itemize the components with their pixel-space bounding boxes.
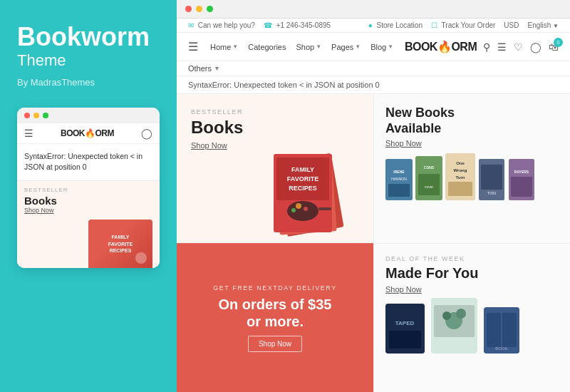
- box-icon: ☐: [431, 21, 437, 29]
- track-order[interactable]: ☐ Track Your Order: [431, 21, 495, 29]
- svg-text:Wrong: Wrong: [454, 168, 467, 172]
- book-cover-4: TION: [478, 159, 505, 200]
- delivery-label: GET FREE NEXTDAY DELIVERY: [213, 284, 336, 292]
- svg-point-38: [442, 311, 451, 320]
- book-covers-row: IRENE HANNON CONS cover One Wrong Turn: [385, 153, 559, 200]
- dot-yellow: [196, 6, 202, 12]
- store-location[interactable]: ● Store Location: [368, 21, 423, 29]
- brand-name: Bookworm: [17, 23, 160, 51]
- delivery-shop-button[interactable]: Shop Now: [248, 336, 302, 352]
- mini-nav: ☰ BOOK🔥ORM ◯: [17, 123, 160, 144]
- svg-text:TAPED: TAPED: [395, 320, 415, 326]
- others-button[interactable]: Others ▼: [188, 64, 559, 73]
- mini-user-icon: ◯: [141, 128, 152, 139]
- cart-icon[interactable]: 🛍 0: [549, 41, 559, 53]
- mini-error-text: SyntaxError: Unexpected token < in JSON …: [17, 144, 160, 182]
- shop-chevron-icon: ▼: [316, 43, 321, 50]
- mini-books-title: Books: [24, 195, 152, 207]
- blog-chevron-icon: ▼: [388, 43, 393, 50]
- browser-chrome: [177, 0, 570, 19]
- help-text: ✉ Can we help you?: [188, 21, 255, 29]
- cart-badge: 0: [554, 38, 563, 47]
- phone-text: ☎ +1 246-345-0895: [264, 21, 331, 29]
- book-cover-3: One Wrong Turn: [445, 153, 475, 200]
- mini-dot-red: [24, 113, 30, 118]
- svg-text:FAMILY: FAMILY: [291, 166, 314, 173]
- mini-bestseller-label: BESTSELLER: [24, 187, 152, 193]
- nav-left: ☰ Home ▼ Categories Shop ▼ Pages ▼: [188, 33, 398, 61]
- mini-hamburger-icon[interactable]: ☰: [24, 128, 33, 139]
- svg-rect-27: [481, 165, 502, 190]
- svg-text:CONS: CONS: [424, 165, 435, 170]
- left-panel: Bookworm Theme By MadrasThemes ☰ BOOK🔥OR…: [0, 0, 177, 392]
- book-stack-illustration: FAMILY FAVORITE RECIPES: [259, 143, 366, 243]
- book-cover-1: IRENE HANNON: [385, 159, 413, 200]
- mini-shop-now[interactable]: Shop Now: [24, 207, 152, 214]
- account-icon[interactable]: ◯: [530, 41, 542, 53]
- top-bar-right: ● Store Location ☐ Track Your Order USD …: [368, 21, 559, 29]
- nav-links: Home ▼ Categories Shop ▼ Pages ▼ Blog ▼: [205, 34, 398, 60]
- svg-rect-9: [318, 207, 331, 210]
- shop-nav: ☰ Home ▼ Categories Shop ▼ Pages ▼: [177, 33, 570, 61]
- deal-book-2: [431, 298, 477, 354]
- others-nav: Others ▼: [177, 61, 570, 76]
- nav-logo: BOOK🔥ORM: [405, 40, 477, 53]
- svg-point-0: [135, 252, 147, 264]
- bestseller-title: Books: [191, 118, 362, 137]
- svg-text:FAVORITE: FAVORITE: [287, 175, 318, 182]
- deal-book-1: TAPED: [385, 304, 425, 354]
- new-books-shop-now[interactable]: Shop Now: [385, 139, 559, 148]
- new-books-title: New Books Available: [385, 105, 559, 136]
- top-bar-left: ✉ Can we help you? ☎ +1 246-345-0895: [188, 21, 331, 29]
- deal-book-3: BOOK: [484, 307, 519, 354]
- pages-chevron-icon: ▼: [355, 43, 361, 50]
- dot-red: [185, 6, 192, 12]
- svg-text:RECIPES: RECIPES: [289, 185, 317, 192]
- filter-icon[interactable]: ☰: [497, 41, 507, 53]
- book-cover-5: RAYERS: [508, 159, 535, 200]
- language-selector[interactable]: English ▼: [527, 21, 559, 29]
- currency-selector[interactable]: USD: [504, 21, 519, 29]
- mini-browser-mockup: ☰ BOOK🔥ORM ◯ SyntaxError: Unexpected tok…: [17, 108, 160, 269]
- nav-item-pages[interactable]: Pages ▼: [326, 34, 366, 60]
- mini-content: BESTSELLER Books Shop Now FAMILYFAVORITE…: [17, 181, 160, 268]
- deal-section: DEAL OF THE WEEK Made For You Shop Now T…: [373, 243, 570, 392]
- chat-icon: ✉: [188, 21, 194, 29]
- nav-item-categories[interactable]: Categories: [243, 34, 291, 60]
- svg-text:IRENE: IRENE: [393, 170, 405, 174]
- svg-rect-34: [389, 331, 421, 349]
- lang-chevron-icon: ▼: [553, 23, 559, 29]
- deal-title: Made For You: [385, 265, 559, 281]
- delivery-section: GET FREE NEXTDAY DELIVERY On orders of $…: [177, 243, 373, 392]
- svg-text:One: One: [456, 161, 465, 165]
- mini-browser-bar: [17, 108, 160, 123]
- svg-point-12: [291, 208, 296, 212]
- location-icon: ●: [368, 21, 373, 29]
- bestseller-section: BESTSELLER Books Shop Now FAMILY FAVORIT…: [177, 94, 373, 243]
- new-books-section: New Books Available Shop Now IRENE HANNO…: [373, 94, 570, 243]
- hamburger-icon[interactable]: ☰: [188, 33, 205, 61]
- bestseller-label: BESTSELLER: [191, 108, 362, 115]
- mini-dot-yellow: [33, 113, 39, 118]
- svg-point-39: [456, 309, 466, 319]
- error-bar: SyntaxError: Unexpected token < in JSON …: [177, 76, 570, 94]
- home-chevron-icon: ▼: [232, 43, 238, 50]
- deal-shop-now[interactable]: Shop Now: [385, 285, 559, 294]
- deal-books-row: TAPED BOOK: [385, 298, 559, 354]
- svg-text:Turn: Turn: [456, 175, 465, 180]
- search-icon[interactable]: ⚲: [483, 41, 490, 53]
- brand-by: By MadrasThemes: [17, 77, 160, 88]
- others-chevron-icon: ▼: [214, 65, 220, 72]
- mini-book-cover: FAMILYFAVORITERECIPES: [88, 220, 152, 268]
- book-cover-2: CONS cover: [415, 156, 442, 200]
- deal-label: DEAL OF THE WEEK: [385, 255, 559, 262]
- nav-item-shop[interactable]: Shop ▼: [291, 34, 326, 60]
- wishlist-icon[interactable]: ♡: [514, 41, 523, 53]
- svg-point-10: [296, 203, 301, 209]
- nav-item-blog[interactable]: Blog ▼: [366, 34, 398, 60]
- svg-rect-31: [511, 177, 532, 197]
- nav-item-home[interactable]: Home ▼: [205, 34, 243, 60]
- main-content: BESTSELLER Books Shop Now FAMILY FAVORIT…: [177, 94, 570, 392]
- shop-top-bar: ✉ Can we help you? ☎ +1 246-345-0895 ● S…: [177, 19, 570, 33]
- phone-icon: ☎: [264, 21, 272, 29]
